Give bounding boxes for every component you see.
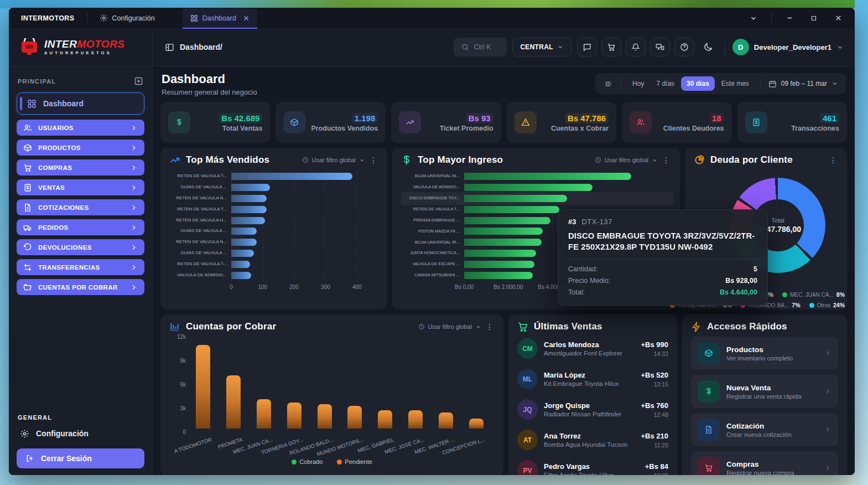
- bar[interactable]: [401, 340, 431, 429]
- quick-access-nueva-venta[interactable]: Nueva Venta Registrar una venta rápida: [691, 375, 838, 408]
- chevron-down-icon: [359, 157, 365, 163]
- stat-label: Transacciones: [791, 125, 839, 132]
- sidebar-item-usuarios[interactable]: USUARIOS: [17, 120, 144, 136]
- tab-close-icon[interactable]: [243, 15, 250, 22]
- bar[interactable]: [461, 340, 491, 429]
- help-button[interactable]: [674, 38, 694, 56]
- sale-amount: +Bs 84: [645, 462, 668, 471]
- close-button[interactable]: [827, 10, 849, 27]
- global-filter-toggle[interactable]: Usar filtro global: [605, 157, 648, 163]
- bar[interactable]: [279, 340, 309, 429]
- bar-row[interactable]: VALVULA DE ADMISIO...: [169, 270, 378, 281]
- sale-row[interactable]: JQ Jorge Quispe Radiador Nissan Pathfind…: [517, 394, 668, 425]
- message-square-button[interactable]: [577, 38, 597, 56]
- stat-label: Cuentas x Cobrar: [551, 125, 609, 132]
- filter-option-este-mes[interactable]: Este mes: [716, 76, 755, 91]
- kebab-menu-icon[interactable]: ⋮: [828, 156, 838, 164]
- bar-row[interactable]: GUIAS DE VALVULA ...: [169, 248, 378, 259]
- quick-access-cotización[interactable]: Cotización Crear nueva cotización: [691, 413, 838, 446]
- kebab-menu-icon[interactable]: ⋮: [661, 156, 671, 164]
- tab-dashboard[interactable]: Dashboard: [183, 8, 257, 29]
- sidebar-item-productos[interactable]: PRODUCTOS: [17, 140, 144, 156]
- bar[interactable]: [249, 340, 279, 429]
- sale-time: 13:15: [641, 381, 668, 388]
- filter-option-7-días[interactable]: 7 días: [651, 76, 680, 91]
- filter-option-hoy[interactable]: Hoy: [627, 76, 649, 91]
- panel-left-icon[interactable]: [165, 43, 174, 52]
- devices-button[interactable]: [650, 38, 670, 56]
- menu-configuracion[interactable]: Configuración: [87, 8, 167, 28]
- minimize-button[interactable]: [778, 10, 801, 27]
- customer-name: Pedro Vargas: [544, 462, 639, 471]
- dark-mode-toggle[interactable]: [700, 38, 716, 56]
- sidebar-item-compras[interactable]: COMPRAS: [17, 159, 144, 176]
- customer-name: María López: [544, 371, 635, 379]
- folder-icon: [23, 283, 32, 292]
- clock-icon: [302, 157, 309, 163]
- bar[interactable]: [370, 340, 401, 429]
- bar-row[interactable]: RETEN DE VALVULA H...: [169, 215, 378, 226]
- maximize-button[interactable]: [803, 10, 825, 27]
- sidebar-section-principal: PRINCIPAL: [18, 78, 56, 85]
- sidebar-item-cotizaciones[interactable]: COTIZACIONES: [17, 199, 144, 215]
- bar-row[interactable]: RETEN DE VALVULA T...: [169, 204, 378, 215]
- sidebar-item-transferencias[interactable]: TRANSFERENCIAS: [17, 259, 144, 275]
- global-filter-toggle[interactable]: Usar filtro global: [428, 323, 472, 330]
- kebab-menu-icon[interactable]: ⋮: [368, 156, 378, 164]
- window-menu-chevron[interactable]: [742, 10, 765, 27]
- customer-name: Carlos Mendoza: [544, 340, 635, 349]
- sidebar-item-configuracion[interactable]: Configuración: [17, 423, 144, 444]
- avatar: D: [732, 39, 749, 55]
- sliders-icon[interactable]: [601, 74, 615, 93]
- search-input[interactable]: Ctrl K: [454, 38, 507, 56]
- logout-button[interactable]: Cerrar Sesión: [17, 448, 144, 468]
- clock-icon: [418, 323, 425, 330]
- chevron-down-icon: [831, 80, 838, 87]
- bar-row[interactable]: RETEN DE VALVULA N...: [169, 237, 378, 247]
- sidebar-item-devoluciones[interactable]: DEVOLUCIONES: [17, 239, 144, 255]
- clock-icon: [595, 157, 601, 163]
- sale-row[interactable]: AT Ana Torrez Bomba Agua Hyundai Tucson …: [517, 425, 668, 455]
- user-menu[interactable]: D Developer_Developer1: [732, 39, 844, 55]
- tooltip-product-code: DTX-137: [581, 218, 612, 226]
- sale-row[interactable]: ML María López Kit Embrague Toyota Hilux…: [517, 364, 668, 394]
- dollar-icon: [401, 154, 412, 166]
- sale-row[interactable]: PV Pedro Vargas Filtro Aceite Toyota Hil…: [517, 455, 668, 475]
- sale-row[interactable]: CM Carlos Mendoza Amortiguador Ford Expl…: [517, 333, 668, 364]
- chevron-right-icon: [824, 349, 831, 357]
- bar-row[interactable]: RETEN DE VALVULA T...: [169, 259, 378, 270]
- cart-button[interactable]: [601, 38, 621, 56]
- bar-row[interactable]: RETEN DE VALVULA N...: [169, 193, 378, 204]
- plus-square-icon[interactable]: [134, 76, 143, 86]
- quick-access-compras[interactable]: Compras Registrar nueva compra: [691, 451, 838, 475]
- sidebar-item-ventas[interactable]: VENTAS: [17, 179, 144, 195]
- sidebar-item-dashboard[interactable]: Dashboard: [17, 92, 144, 115]
- file-text-icon: [698, 419, 720, 441]
- sale-time: 10:05: [645, 472, 668, 476]
- filter-option-30-días[interactable]: 30 días: [681, 76, 715, 91]
- customer-name: Jorge Quispe: [544, 401, 635, 410]
- cart-icon: [607, 43, 616, 51]
- bar-row[interactable]: BUJIA UNIVERSAL NI...: [401, 171, 671, 182]
- bar[interactable]: [219, 340, 249, 429]
- global-filter-toggle[interactable]: Usar filtro global: [312, 157, 356, 163]
- sidebar-item-cuentas-por-cobrar[interactable]: CUENTAS POR COBRAR: [17, 279, 144, 295]
- kebab-menu-icon[interactable]: ⋮: [485, 323, 495, 331]
- product-name: Kit Embrague Toyota Hilux: [544, 380, 635, 387]
- bar[interactable]: [309, 340, 340, 429]
- bar[interactable]: [340, 340, 370, 429]
- bar-row[interactable]: GUIAS DE VALVULA ...: [169, 182, 378, 193]
- truck-icon: [23, 223, 32, 232]
- bar[interactable]: [430, 340, 461, 429]
- bar[interactable]: [188, 340, 219, 429]
- bar-row[interactable]: DISCO EMBRAGUE TOY...: [401, 193, 671, 204]
- chevron-right-icon: [130, 224, 138, 231]
- bar-row[interactable]: GUIAS DE VALVULA ...: [169, 226, 378, 236]
- branch-selector[interactable]: CENTRAL: [512, 38, 571, 56]
- sidebar-item-pedidos[interactable]: PEDIDOS: [17, 219, 144, 235]
- bar-row[interactable]: VALVULA DE ADMISIO...: [401, 182, 671, 193]
- date-range-picker[interactable]: 09 feb – 11 mar: [766, 80, 840, 88]
- bell-button[interactable]: [626, 38, 646, 56]
- quick-access-productos[interactable]: Productos Ver inventario completo: [691, 337, 838, 370]
- bar-row[interactable]: RETEN DE VALVULA T...: [169, 171, 378, 182]
